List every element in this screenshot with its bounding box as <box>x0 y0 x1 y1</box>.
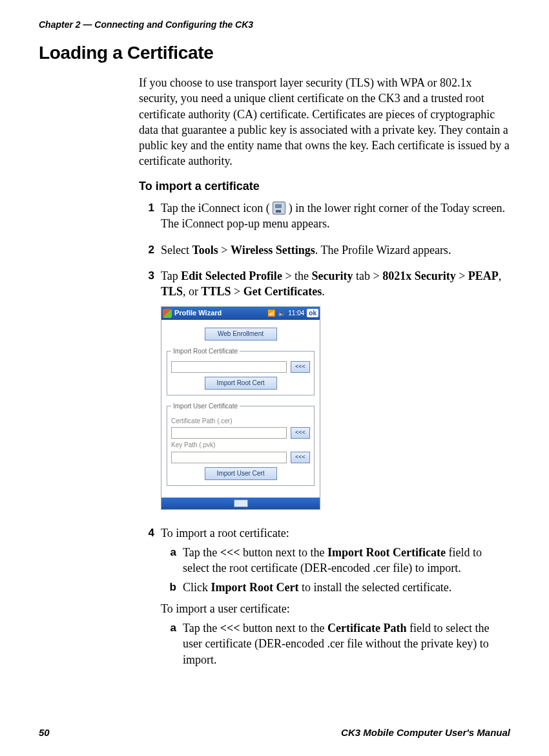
step-3: 3 Tap Edit Selected Profile > the Securi… <box>139 268 510 519</box>
text: > the <box>282 269 312 282</box>
intro-paragraph: If you choose to use transport layer sec… <box>139 75 510 169</box>
running-header: Chapter 2 — Connecting and Configuring t… <box>39 19 510 30</box>
windows-flag-icon[interactable] <box>163 309 172 318</box>
step-number: 2 <box>139 242 154 262</box>
text: . <box>322 285 325 298</box>
step-body: Select Tools > Wireless Settings. The Pr… <box>161 242 510 262</box>
text: button next to the <box>240 546 327 559</box>
text: Select <box>161 244 192 257</box>
import-root-cert-button[interactable]: Import Root Cert <box>205 377 277 390</box>
option-peap: PEAP <box>468 269 499 282</box>
chevron-button-label: <<< <box>220 546 240 559</box>
group-legend: Import User Certificate <box>171 402 240 411</box>
ok-button[interactable]: ok <box>307 309 318 318</box>
text: Tap the <box>183 622 220 635</box>
wizard-body: Web Enrollment Import Root Certificate <… <box>161 320 320 498</box>
text: , or <box>183 285 202 298</box>
text: , <box>499 269 502 282</box>
signal-icon[interactable]: 📶 <box>267 309 275 318</box>
profile-wizard-window: Profile Wizard 📶 🔈 11:04 ok Web Enrollme… <box>161 306 320 510</box>
step-1: 1 Tap the iConnect icon ( ) in the lower… <box>139 200 510 236</box>
page-number: 50 <box>39 727 50 738</box>
browse-user-cert-button[interactable]: <<< <box>291 427 310 439</box>
text: To import a root certificate: <box>161 525 510 541</box>
text: > <box>218 244 231 257</box>
option-ttls: TTLS <box>202 285 231 298</box>
page: Chapter 2 — Connecting and Configuring t… <box>0 0 549 756</box>
section-title: Loading a Certificate <box>39 43 510 63</box>
row: <<< <box>171 361 310 373</box>
substep-body: Tap the <<< button next to the Import Ro… <box>183 545 510 576</box>
text: To import a user certificate: <box>161 601 510 616</box>
text: tab > <box>353 269 383 282</box>
step-number: 3 <box>139 268 154 519</box>
certificate-path-field: Certificate Path <box>327 622 406 635</box>
browse-key-button[interactable]: <<< <box>291 452 310 463</box>
clock-text: 11:04 <box>288 309 304 318</box>
import-user-cert-button[interactable]: Import User Cert <box>205 467 277 480</box>
substep-body: Tap the <<< button next to the Certifica… <box>183 620 510 667</box>
text: Tap <box>161 269 181 282</box>
text: Click <box>183 581 211 594</box>
option-tls: TLS <box>161 285 183 298</box>
import-root-certificate-field: Import Root Certificate <box>327 546 446 559</box>
substep-letter: a <box>161 545 176 576</box>
menu-8021x-security: 8021x Security <box>382 269 455 282</box>
titlebar-icons: 📶 🔈 11:04 ok <box>267 309 318 318</box>
wizard-titlebar: Profile Wizard 📶 🔈 11:04 ok <box>161 307 320 320</box>
import-root-cert-label: Import Root Cert <box>211 581 299 594</box>
step-body: Tap the iConnect icon ( ) in the lower r… <box>161 200 510 236</box>
wizard-footer <box>161 498 320 509</box>
text: to install the selected certificate. <box>298 581 451 594</box>
page-footer: 50 CK3 Mobile Computer User's Manual <box>39 727 510 738</box>
row: <<< <box>171 452 310 463</box>
browse-root-button[interactable]: <<< <box>291 361 310 373</box>
cert-path-label: Certificate Path (.cer) <box>171 417 232 426</box>
substep-a2: a Tap the <<< button next to the Certifi… <box>161 620 510 667</box>
chevron-button-label: <<< <box>220 622 240 635</box>
key-path-label: Key Path (.pvk) <box>171 441 215 450</box>
step-number: 1 <box>139 200 154 236</box>
row: Certificate Path (.cer) <box>171 417 310 426</box>
menu-edit-selected-profile: Edit Selected Profile <box>181 269 282 282</box>
menu-get-certificates: Get Certificates <box>243 285 322 298</box>
substep-letter: b <box>161 580 176 595</box>
body-block: If you choose to use transport layer sec… <box>139 75 510 671</box>
row: <<< <box>171 427 310 439</box>
row: Key Path (.pvk) <box>171 441 310 450</box>
tab-security: Security <box>312 269 353 282</box>
import-root-certificate-group: Import Root Certificate <<< Import Root … <box>167 347 315 396</box>
substep-letter: a <box>161 620 176 667</box>
menu-wireless-settings: Wireless Settings <box>231 244 315 257</box>
menu-tools: Tools <box>192 244 218 257</box>
text: . The Profile Wizard appears. <box>315 244 451 257</box>
iconnect-icon <box>273 202 285 215</box>
keyboard-icon[interactable] <box>234 499 248 507</box>
step-number: 4 <box>139 525 154 671</box>
wizard-title: Profile Wizard <box>174 308 265 318</box>
substep-b: b Click Import Root Cert to install the … <box>161 580 510 595</box>
substep-a: a Tap the <<< button next to the Import … <box>161 545 510 576</box>
procedure-heading: To import a certificate <box>139 178 510 194</box>
step-2: 2 Select Tools > Wireless Settings. The … <box>139 242 510 262</box>
import-user-certificate-group: Import User Certificate Certificate Path… <box>167 402 315 486</box>
step-body: Tap Edit Selected Profile > the Security… <box>161 268 510 519</box>
user-cert-path-input[interactable] <box>171 427 287 439</box>
speaker-icon[interactable]: 🔈 <box>278 309 285 318</box>
step-body: To import a root certificate: a Tap the … <box>161 525 510 671</box>
substep-body: Click Import Root Cert to install the se… <box>183 580 510 595</box>
manual-title: CK3 Mobile Computer User's Manual <box>341 727 510 738</box>
text: Tap the <box>183 546 220 559</box>
root-cert-path-input[interactable] <box>171 361 287 373</box>
key-path-input[interactable] <box>171 452 287 463</box>
text: > <box>456 269 468 282</box>
text: > <box>231 285 243 298</box>
text: button next to the <box>240 622 327 635</box>
web-enrollment-button[interactable]: Web Enrollment <box>205 328 277 341</box>
group-legend: Import Root Certificate <box>171 347 240 356</box>
text: Tap the iConnect icon ( <box>161 202 270 215</box>
step-4: 4 To import a root certificate: a Tap th… <box>139 525 510 671</box>
